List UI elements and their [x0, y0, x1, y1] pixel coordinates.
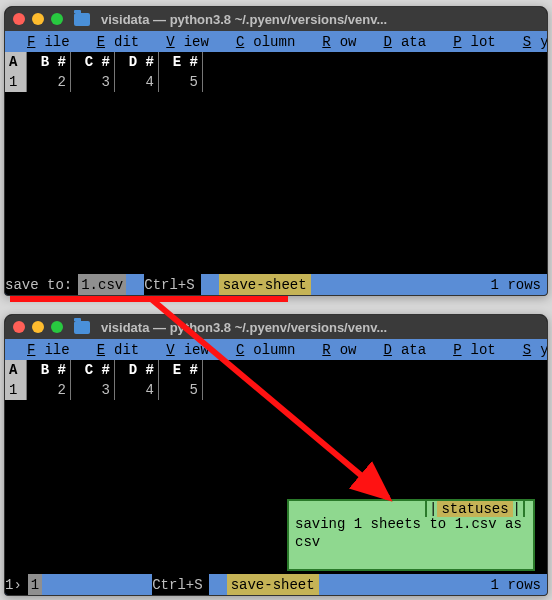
menu-row[interactable]: Row — [304, 342, 365, 358]
menu-column[interactable]: Column — [218, 34, 304, 50]
key-hint: Ctrl+S — [144, 274, 200, 295]
save-prompt-label: save to: — [5, 274, 78, 295]
cell[interactable]: 5 — [159, 380, 203, 400]
cell[interactable]: 4 — [115, 72, 159, 92]
folder-icon — [74, 321, 90, 334]
terminal-window-before: visidata — python3.8 ~/.pyenv/versions/v… — [4, 6, 548, 296]
sheet-indicator: 1› — [5, 574, 28, 595]
sheet[interactable]: A B # C # D # E # 1 2 3 4 5 — [5, 360, 547, 400]
col-header[interactable]: E # — [159, 360, 203, 380]
menu-data[interactable]: Data — [366, 342, 436, 358]
cell[interactable]: 5 — [159, 72, 203, 92]
menu-file[interactable]: File — [9, 34, 79, 50]
col-header[interactable]: B # — [27, 52, 71, 72]
row-count: 1 rows — [485, 277, 547, 293]
menu-edit[interactable]: Edit — [79, 34, 149, 50]
save-filename-input[interactable]: 1.csv — [78, 274, 126, 295]
cell[interactable]: 2 — [27, 72, 71, 92]
terminal-body: File Edit View Column Row Data Plot Syst… — [5, 31, 547, 295]
col-header[interactable]: C # — [71, 52, 115, 72]
cell[interactable]: 2 — [27, 380, 71, 400]
status-popup-tab: | statuses | — [425, 499, 525, 517]
menu-data[interactable]: Data — [366, 34, 436, 50]
sheet[interactable]: A B # C # D # E # 1 2 3 4 5 — [5, 52, 547, 92]
command-name: save-sheet — [227, 574, 319, 595]
menubar[interactable]: File Edit View Column Row Data Plot Syst… — [5, 31, 547, 52]
col-header[interactable]: A — [5, 360, 27, 380]
col-header[interactable]: D # — [115, 360, 159, 380]
menu-row[interactable]: Row — [304, 34, 365, 50]
command-name: save-sheet — [219, 274, 311, 295]
terminal-body: File Edit View Column Row Data Plot Syst… — [5, 339, 547, 595]
titlebar[interactable]: visidata — python3.8 ~/.pyenv/versions/v… — [5, 315, 547, 339]
menu-view[interactable]: View — [148, 34, 218, 50]
maximize-icon[interactable] — [51, 321, 63, 333]
cell[interactable]: 3 — [71, 72, 115, 92]
folder-icon — [74, 13, 90, 26]
annotation-underline — [10, 296, 288, 302]
menu-system[interactable]: System — [505, 342, 548, 358]
header-row: A B # C # D # E # — [5, 360, 547, 380]
menu-file[interactable]: File — [9, 342, 79, 358]
col-header[interactable]: E # — [159, 52, 203, 72]
cell[interactable]: 4 — [115, 380, 159, 400]
col-header[interactable]: B # — [27, 360, 71, 380]
status-popup-message: saving 1 sheets to 1.csv as csv — [295, 515, 527, 551]
cell[interactable]: 1 — [5, 380, 27, 400]
close-icon[interactable] — [13, 321, 25, 333]
table-row[interactable]: 1 2 3 4 5 — [5, 380, 547, 400]
traffic-lights — [13, 321, 63, 333]
status-bar: 1› 1 Ctrl+S save-sheet 1 rows — [5, 574, 547, 595]
maximize-icon[interactable] — [51, 13, 63, 25]
menu-plot[interactable]: Plot — [435, 34, 505, 50]
menubar[interactable]: File Edit View Column Row Data Plot Syst… — [5, 339, 547, 360]
menu-column[interactable]: Column — [218, 342, 304, 358]
status-popup: | statuses | saving 1 sheets to 1.csv as… — [287, 499, 535, 571]
row-count: 1 rows — [485, 577, 547, 593]
table-row[interactable]: 1 2 3 4 5 — [5, 72, 547, 92]
col-header[interactable]: D # — [115, 52, 159, 72]
cell[interactable]: 3 — [71, 380, 115, 400]
status-bar: save to: 1.csv Ctrl+S save-sheet 1 rows — [5, 274, 547, 295]
minimize-icon[interactable] — [32, 321, 44, 333]
header-row: A B # C # D # E # — [5, 52, 547, 72]
menu-plot[interactable]: Plot — [435, 342, 505, 358]
menu-view[interactable]: View — [148, 342, 218, 358]
minimize-icon[interactable] — [32, 13, 44, 25]
close-icon[interactable] — [13, 13, 25, 25]
window-title: visidata — python3.8 ~/.pyenv/versions/v… — [101, 12, 387, 27]
sheet-number: 1 — [28, 574, 42, 595]
col-header[interactable]: C # — [71, 360, 115, 380]
window-title: visidata — python3.8 ~/.pyenv/versions/v… — [101, 320, 387, 335]
traffic-lights — [13, 13, 63, 25]
menu-edit[interactable]: Edit — [79, 342, 149, 358]
cell[interactable]: 1 — [5, 72, 27, 92]
col-header[interactable]: A — [5, 52, 27, 72]
menu-system[interactable]: System — [505, 34, 548, 50]
terminal-window-after: visidata — python3.8 ~/.pyenv/versions/v… — [4, 314, 548, 596]
key-hint: Ctrl+S — [152, 574, 208, 595]
titlebar[interactable]: visidata — python3.8 ~/.pyenv/versions/v… — [5, 7, 547, 31]
status-popup-tab-label: statuses — [437, 501, 512, 517]
